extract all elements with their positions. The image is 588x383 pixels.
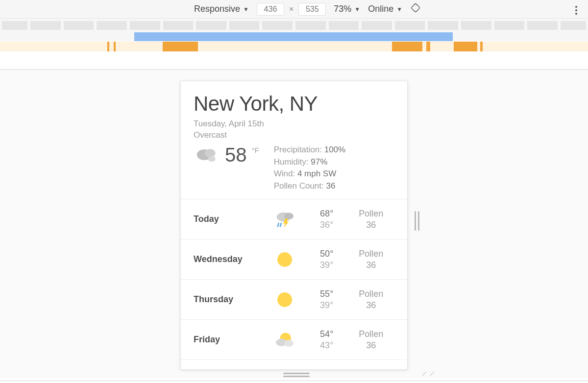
svg-point-9: [277, 252, 292, 267]
forecast-temps: 64°46°: [306, 369, 348, 370]
pollen-count: 36: [348, 260, 394, 271]
height-input[interactable]: [298, 3, 326, 16]
svg-point-2: [205, 149, 216, 157]
ruler-segment[interactable]: [97, 21, 127, 30]
breakpoint-marker[interactable]: [480, 42, 483, 51]
resize-handle-bottom[interactable]: [283, 373, 310, 378]
svg-line-8: [280, 223, 281, 227]
pollen-value: 36: [326, 181, 335, 191]
more-options-button[interactable]: [573, 4, 579, 17]
forecast-day: Today: [194, 214, 264, 224]
ruler-segment[interactable]: [494, 21, 525, 30]
throttle-dropdown[interactable]: Online ▼: [368, 4, 402, 14]
forecast-partly-icon: [264, 330, 306, 350]
temp-unit: °F: [252, 146, 259, 154]
ruler-segment[interactable]: [362, 21, 392, 30]
ruler-segment[interactable]: [395, 21, 425, 30]
humidity-value: 97%: [311, 157, 327, 167]
ruler-segment[interactable]: [329, 21, 359, 30]
svg-line-7: [277, 223, 279, 227]
forecast-list: Today68°36°Pollen36Wednesday50°39°Pollen…: [181, 199, 407, 370]
devtools-toolbar: Responsive ▼ × 73% ▼ Online ▼: [0, 0, 588, 19]
forecast-temps: 50°39°: [306, 248, 348, 270]
weather-card: New York, NY Tuesday, April 15th Overcas…: [180, 81, 408, 370]
forecast-temps: 54°43°: [306, 329, 348, 351]
svg-point-3: [208, 156, 216, 162]
ruler-segment[interactable]: [295, 21, 326, 30]
kebab-icon: [575, 6, 577, 8]
forecast-pollen: Pollen36: [348, 369, 394, 370]
forecast-row: Friday54°43°Pollen36: [181, 320, 407, 360]
ruler-segment[interactable]: [527, 21, 558, 30]
ruler-segment[interactable]: [229, 21, 260, 30]
pollen-count: 36: [348, 219, 394, 231]
footer-divider: [0, 380, 588, 381]
forecast-pollen: Pollen36: [348, 288, 394, 311]
current-temp-block: 58 °F: [194, 144, 259, 192]
device-dropdown[interactable]: Responsive ▼: [194, 4, 249, 14]
ruler-segment[interactable]: [130, 21, 160, 30]
breakpoint-marker[interactable]: [163, 42, 198, 51]
media-query-row[interactable]: [0, 42, 588, 51]
emulated-viewport: New York, NY Tuesday, April 15th Overcas…: [180, 81, 408, 370]
forecast-storm-icon: [264, 210, 306, 229]
forecast-high: 50°: [306, 248, 348, 260]
resize-handle-corner[interactable]: ⟋⟋: [419, 369, 435, 379]
forecast-pollen: Pollen36: [348, 248, 394, 270]
breakpoint-marker[interactable]: [426, 42, 430, 51]
svg-point-13: [284, 340, 294, 347]
breakpoint-marker[interactable]: [114, 42, 116, 51]
precip-label: Precipitation:: [274, 145, 322, 154]
ruler-segment[interactable]: [461, 21, 491, 30]
breakpoint-marker[interactable]: [107, 42, 109, 51]
forecast-pollen: Pollen36: [348, 208, 394, 230]
ruler-segment[interactable]: [262, 21, 293, 30]
forecast-row: Saturday64°46°Pollen36: [181, 360, 407, 370]
pollen-word: Pollen: [348, 208, 394, 219]
breakpoint-marker[interactable]: [454, 42, 477, 51]
selection-row: [0, 32, 588, 41]
chevron-down-icon: ▼: [243, 6, 249, 13]
overcast-icon: [194, 144, 220, 168]
forecast-low: 43°: [306, 340, 348, 351]
ruler-segment[interactable]: [561, 21, 586, 30]
forecast-low: 39°: [306, 260, 348, 271]
ruler-segment[interactable]: [30, 21, 61, 30]
card-header: New York, NY Tuesday, April 15th Overcas…: [181, 81, 407, 199]
chevron-down-icon: ▼: [354, 6, 360, 13]
forecast-temps: 68°36°: [306, 208, 348, 230]
ruler-segment[interactable]: [2, 21, 27, 30]
ruler-segment[interactable]: [428, 21, 458, 30]
ruler-segment[interactable]: [196, 21, 226, 30]
stats-block: Precipitation: 100% Humidity: 97% Wind: …: [274, 144, 346, 192]
forecast-row: Today68°36°Pollen36: [181, 199, 407, 239]
forecast-high: 55°: [306, 288, 348, 300]
svg-rect-0: [411, 3, 420, 12]
forecast-high: 68°: [306, 208, 348, 219]
breakpoint-ruler[interactable]: [0, 19, 588, 32]
forecast-day: Friday: [194, 335, 264, 345]
forecast-low: 36°: [306, 219, 348, 231]
rotate-icon: [410, 2, 421, 16]
forecast-sunny-icon: [264, 290, 306, 310]
resize-handle-right[interactable]: [414, 211, 420, 231]
ruler-segment[interactable]: [64, 21, 94, 30]
pollen-word: Pollen: [348, 248, 394, 260]
pollen-label: Pollen Count:: [274, 181, 324, 191]
forecast-temps: 55°39°: [306, 288, 348, 311]
rotate-button[interactable]: [410, 2, 421, 16]
viewport-range-bar[interactable]: [134, 32, 453, 41]
forecast-day: Thursday: [194, 294, 264, 305]
width-input[interactable]: [257, 3, 284, 16]
ruler-segment[interactable]: [163, 21, 194, 30]
condition-label: Overcast: [194, 130, 394, 141]
current-row: 58 °F Precipitation: 100% Humidity: 97% …: [194, 144, 394, 192]
breakpoint-marker[interactable]: [392, 42, 422, 51]
pollen-word: Pollen: [348, 288, 394, 300]
device-label: Responsive: [194, 4, 240, 14]
zoom-dropdown[interactable]: 73% ▼: [334, 4, 360, 14]
forecast-high: 64°: [306, 369, 348, 370]
header-meta: Tuesday, April 15th Overcast: [194, 119, 394, 141]
date-label: Tuesday, April 15th: [194, 119, 394, 130]
times-label: ×: [289, 5, 294, 14]
